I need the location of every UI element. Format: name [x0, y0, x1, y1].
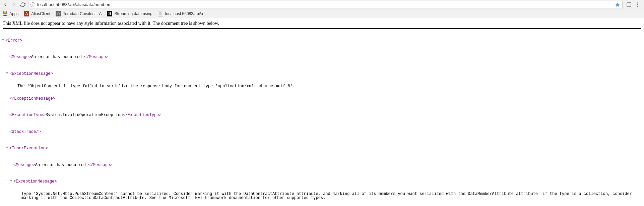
site-info-icon[interactable]: i — [30, 2, 35, 7]
url-bar[interactable]: i localhost:55083/api/aliasdata/numbers — [28, 1, 623, 8]
hackernoon-icon: H — [107, 11, 112, 16]
apps-grid-icon — [3, 11, 7, 16]
covalent-icon: ⬡ — [56, 11, 61, 16]
xml-text: An error has occurred. — [35, 163, 88, 167]
xml-text: The 'ObjectContent`1' type failed to ser… — [3, 84, 641, 88]
bookmark-label: Teradata Covalent - A — [63, 11, 102, 16]
xml-tag: <Error> — [5, 39, 22, 43]
forward-button[interactable] — [11, 1, 17, 8]
xml-tag: <InnerException> — [9, 146, 48, 150]
xml-tag: <ExceptionType> — [9, 113, 46, 117]
xml-tag: </ExceptionType> — [123, 113, 161, 117]
menu-icon[interactable] — [635, 2, 641, 8]
svg-point-2 — [637, 4, 638, 5]
collapser-icon[interactable]: ▼ — [6, 72, 9, 75]
bookmark-label: AliasClient — [31, 11, 50, 16]
bookmarks-bar: Apps A AliasClient ⬡ Teradata Covalent -… — [0, 9, 644, 18]
bookmark-streaming[interactable]: H Streaming data using — [107, 11, 152, 16]
xml-tag: <Message> — [13, 163, 35, 167]
bookmark-star-icon[interactable] — [615, 2, 620, 7]
collapser-icon[interactable]: ▼ — [10, 179, 13, 183]
xml-tag: </Message> — [88, 163, 112, 167]
xml-tag: <StackTrace/> — [9, 130, 41, 134]
bookmark-teradata[interactable]: ⬡ Teradata Covalent - A — [56, 11, 102, 16]
xml-tag: <Message> — [9, 55, 31, 59]
browser-toolbar: i localhost:55083/api/aliasdata/numbers — [0, 0, 644, 9]
apps-label: Apps — [9, 11, 18, 16]
bookmark-label: Streaming data using — [114, 11, 152, 16]
collapser-icon[interactable]: ▼ — [2, 39, 5, 42]
back-button[interactable] — [2, 1, 9, 8]
xml-text: An error has occurred. — [31, 55, 84, 59]
bookmark-aliasclient[interactable]: A AliasClient — [24, 11, 50, 16]
svg-point-3 — [637, 6, 638, 7]
angular-icon: A — [24, 11, 29, 16]
collapser-icon[interactable]: ▼ — [6, 146, 9, 150]
extension-icon[interactable] — [626, 2, 632, 8]
extension-icons — [625, 2, 642, 8]
page-content: This XML file does not appear to have an… — [0, 18, 644, 206]
xml-tag: </ExceptionMessage> — [9, 97, 55, 101]
bookmark-localhost[interactable]: 🗎 localhost:55083/api/a — [158, 11, 203, 16]
url-text: localhost:55083/api/aliasdata/numbers — [37, 2, 613, 7]
xml-tag: <ExceptionMessage> — [13, 179, 57, 184]
xml-text: System.InvalidOperationException — [46, 113, 123, 117]
svg-rect-0 — [627, 3, 631, 7]
svg-point-1 — [637, 2, 638, 3]
xml-notice: This XML file does not appear to have an… — [3, 21, 641, 29]
document-icon: 🗎 — [158, 11, 163, 16]
xml-text: Type 'System.Net.Http.PushStreamContent'… — [3, 192, 641, 200]
reload-button[interactable] — [19, 1, 26, 8]
bookmark-label: localhost:55083/api/a — [165, 11, 203, 16]
xml-tag: </Message> — [84, 55, 108, 59]
xml-tag: <ExceptionMessage> — [9, 72, 53, 76]
apps-button[interactable]: Apps — [3, 11, 18, 16]
xml-tree: ▼<Error> <Message>An error has occurred.… — [3, 30, 641, 206]
